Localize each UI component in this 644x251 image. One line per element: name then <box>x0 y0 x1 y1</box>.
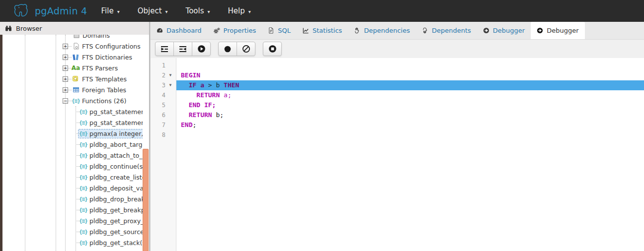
code-line-2[interactable]: 2▼BEGIN <box>151 70 644 80</box>
tab-label: Dependencies <box>364 27 410 34</box>
code-segment: RETURN <box>189 111 212 119</box>
tree-item-pldbg-drop-breakp[interactable]: {≡}pldbg_drop_breakp <box>76 193 143 204</box>
code-line-5[interactable]: 5 END IF; <box>151 100 644 110</box>
tree-item-label: pldbg_get_breakpo <box>89 206 143 214</box>
tree-connector <box>68 57 72 58</box>
tree-expander-plus[interactable]: + <box>63 44 68 49</box>
tree-expander-plus[interactable]: + <box>63 87 68 93</box>
tree-item-fts-dictionaries[interactable]: +FTS Dictionaries <box>63 52 143 63</box>
function-icon: {≡} <box>79 131 87 136</box>
line-number[interactable]: 5 <box>151 100 165 110</box>
tree-item-label: pldbg_get_stack(se <box>89 239 143 247</box>
code-line-1[interactable]: 1 <box>151 61 644 70</box>
tree-connector <box>76 166 79 167</box>
caret-down-icon: ▾ <box>165 9 168 14</box>
tree-item-pldbg-get-proxy-in[interactable]: {≡}pldbg_get_proxy_in <box>76 215 143 226</box>
fts-parser-icon: Aa <box>72 64 80 71</box>
debugger-code-editor[interactable]: 12▼BEGIN3▼ IF a > b THEN4 RETURN a;5 END… <box>151 58 644 251</box>
fold-arrow-icon[interactable]: ▼ <box>165 70 175 80</box>
step-into-button[interactable] <box>155 42 174 56</box>
foreign-table-icon <box>73 86 80 93</box>
tree-item-pg-stat-statements[interactable]: {≡}pg_stat_statements <box>76 106 143 117</box>
tab-properties[interactable]: Properties <box>208 22 262 39</box>
line-number[interactable]: 7 <box>151 120 165 130</box>
tree-item-pldbg-attach-to-po[interactable]: {≡}pldbg_attach_to_po <box>76 150 143 161</box>
tab-dashboard[interactable]: Dashboard <box>151 22 208 39</box>
tree-expander-plus[interactable]: + <box>63 76 68 82</box>
menu-file[interactable]: File▾ <box>101 6 120 15</box>
tree-item-foreign-tables[interactable]: +Foreign Tables <box>63 84 143 95</box>
tree-item-pg-stat-statements[interactable]: {≡}pg_stat_statements <box>76 117 143 128</box>
fts-configuration-icon <box>73 43 80 50</box>
line-number[interactable]: 6 <box>151 110 165 120</box>
tree-item-pldbg-abort-target[interactable]: {≡}pldbg_abort_target <box>76 139 143 150</box>
tree-connector <box>76 155 79 156</box>
line-number[interactable]: 2 <box>151 70 165 80</box>
tree-item-pgmax-a-integer-b[interactable]: {≡}pgmax(a integer, b <box>76 128 143 139</box>
code-text <box>176 61 644 70</box>
toolbar-button-group <box>263 42 282 56</box>
line-number[interactable]: 8 <box>151 130 165 140</box>
tab-debugger-active[interactable]: Debugger <box>531 22 584 39</box>
toggle-breakpoint-button[interactable] <box>218 42 237 56</box>
tree-connector <box>76 144 79 145</box>
tab-sql[interactable]: SQL <box>262 22 297 39</box>
tree-item-functions-26-[interactable]: −{≡}Functions (26) <box>63 95 143 106</box>
code-line-8[interactable]: 8 <box>151 130 644 140</box>
tree-item-label: Domains <box>82 35 110 39</box>
tab-statistics[interactable]: Statistics <box>297 22 348 39</box>
menu-tools[interactable]: Tools▾ <box>186 6 210 15</box>
tree-item-fts-templates[interactable]: +FTS Templates <box>63 73 143 84</box>
tab-bar: DashboardPropertiesSQLStatisticsDependen… <box>151 22 644 40</box>
tree-item-label: pg_stat_statements <box>89 108 143 116</box>
gutter-cell: 7 <box>151 120 176 130</box>
code-line-7[interactable]: 7END; <box>151 120 644 130</box>
continue-play-icon <box>197 45 206 53</box>
tree-expander-plus[interactable]: + <box>63 55 68 60</box>
tree-item-pldbg-deposit-valu[interactable]: {≡}pldbg_deposit_valu <box>76 183 143 193</box>
window-edge <box>0 35 2 251</box>
caret-down-icon: ▾ <box>248 9 251 14</box>
code-segment <box>181 101 189 109</box>
tree-item-pldbg-continue-ses[interactable]: {≡}pldbg_continue(ses <box>76 161 143 172</box>
tree-item-fts-parsers[interactable]: +AaFTS Parsers <box>63 63 143 73</box>
tree-item-fts-configurations[interactable]: +FTS Configurations <box>63 41 143 52</box>
step-over-button[interactable] <box>173 42 192 56</box>
function-icon: {≡} <box>79 109 87 115</box>
menu-help[interactable]: Help▾ <box>228 6 251 15</box>
tree-item-label: pldbg_abort_target <box>89 141 143 148</box>
clear-breakpoints-button[interactable] <box>237 42 255 56</box>
tree-expander-minus[interactable]: − <box>63 98 68 104</box>
line-number[interactable]: 1 <box>151 61 165 70</box>
gears-icon <box>214 27 220 34</box>
tree-item-pldbg-get-stack-se[interactable]: {≡}pldbg_get_stack(se <box>76 237 143 248</box>
line-number[interactable]: 4 <box>151 90 165 100</box>
code-segment: BEGIN <box>181 71 200 79</box>
code-line-3-current[interactable]: 3▼ IF a > b THEN <box>151 80 644 90</box>
menu-label: File <box>101 6 114 15</box>
tree-expander-plus[interactable]: + <box>63 65 68 71</box>
tree-item-label: pldbg_get_proxy_in <box>89 217 143 225</box>
gutter-cell: 1 <box>151 61 176 70</box>
tree-item-label: pldbg_deposit_valu <box>89 185 143 192</box>
tree-item-pldbg-create-listen[interactable]: {≡}pldbg_create_listen <box>76 172 143 183</box>
tree-scrollbar-thumb[interactable] <box>143 149 149 251</box>
dependencies-hand-icon <box>354 27 360 34</box>
code-line-6[interactable]: 6 RETURN b; <box>151 110 644 120</box>
menu-object[interactable]: Object▾ <box>138 6 168 15</box>
tab-debugger[interactable]: Debugger <box>477 22 531 39</box>
fold-arrow-icon[interactable]: ▼ <box>165 80 175 90</box>
function-icon: {≡} <box>79 153 87 158</box>
tree-item-domains[interactable]: Domains <box>72 35 143 41</box>
tree-item-pldbg-get-source-s[interactable]: {≡}pldbg_get_source(s <box>76 226 143 237</box>
stop-button[interactable] <box>263 42 282 56</box>
tab-label: Dependents <box>432 27 471 34</box>
line-number[interactable]: 3 <box>151 80 165 90</box>
continue-button[interactable] <box>192 42 211 56</box>
tab-dependencies[interactable]: Dependencies <box>348 22 416 39</box>
code-line-4[interactable]: 4 RETURN a; <box>151 90 644 100</box>
tree-item-pldbg-get-breakpo[interactable]: {≡}pldbg_get_breakpo <box>76 204 143 215</box>
tab-label: Statistics <box>313 27 342 34</box>
fold-spacer <box>165 90 175 100</box>
tab-dependents[interactable]: Dependents <box>416 22 477 39</box>
